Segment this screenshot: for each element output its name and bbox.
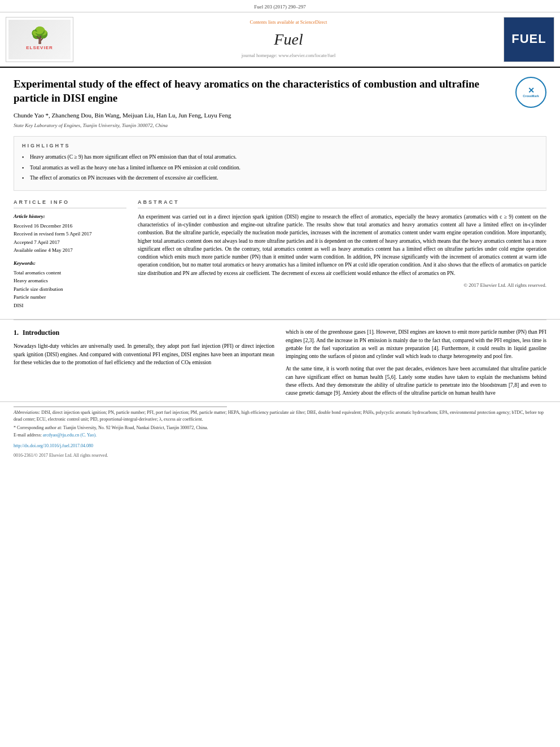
- intro-heading: 1. Introduction: [14, 328, 274, 338]
- abstract-text: An experiment was carried out in a direc…: [138, 213, 546, 277]
- introduction-section: 1. Introduction Nowadays light-duty vehi…: [0, 320, 560, 401]
- highlight-item-3: • The effect of aromatics on PN increase…: [22, 174, 538, 182]
- fuel-logo-text: FUEL: [511, 30, 546, 48]
- corresponding-label: * Corresponding author at:: [14, 425, 62, 430]
- highlight-bullet-1: •: [22, 154, 27, 161]
- keyword-5: DISI: [14, 302, 126, 309]
- highlight-bullet-3: •: [22, 175, 27, 182]
- highlights-title: HIGHLIGHTS: [22, 142, 538, 150]
- elsevier-tree-icon: 🌳: [30, 28, 50, 43]
- highlight-bullet-2: •: [22, 165, 27, 172]
- journal-name-display: Fuel: [274, 28, 303, 50]
- keyword-2: Heavy aromatics: [14, 277, 126, 285]
- sciencedirect-line: Contents lists available at ScienceDirec…: [250, 19, 327, 26]
- available-date: Available online 4 May 2017: [14, 247, 126, 254]
- accepted-date: Accepted 7 April 2017: [14, 239, 126, 246]
- intro-section-number: 1.: [14, 329, 19, 337]
- elsevier-label: ELSEVIER: [26, 45, 53, 51]
- two-col-section: ARTICLE INFO Article history: Received 1…: [14, 199, 546, 310]
- corresponding-author-text: * Corresponding author at: Tianjin Unive…: [14, 425, 546, 431]
- highlights-section: HIGHLIGHTS • Heavy aromatics (C ≥ 9) has…: [14, 136, 546, 191]
- intro-para-2-right: At the same time, it is worth noting tha…: [286, 365, 546, 397]
- highlight-item-1: • Heavy aromatics (C ≥ 9) has more signi…: [22, 154, 538, 161]
- copyright-line: © 2017 Elsevier Ltd. All rights reserved…: [138, 282, 546, 289]
- authors-line: Chunde Yao *, Zhancheng Dou, Bin Wang, M…: [14, 111, 546, 120]
- received-date: Received 16 December 2016: [14, 222, 126, 230]
- email-label: E-mail address:: [14, 433, 42, 438]
- intro-two-col: 1. Introduction Nowadays light-duty vehi…: [14, 328, 546, 401]
- crossmark-icon: ✕: [528, 86, 535, 94]
- journal-center: Contents lists available at ScienceDirec…: [79, 17, 498, 62]
- journal-homepage: journal homepage: www.elsevier.com/locat…: [242, 53, 336, 59]
- article-info-col: ARTICLE INFO Article history: Received 1…: [14, 199, 126, 310]
- abbreviations-label: Abbreviations:: [14, 410, 40, 415]
- keywords-label: Keywords:: [14, 260, 126, 267]
- keyword-3: Particle size distribution: [14, 286, 126, 293]
- article-history-label: Article history:: [14, 213, 126, 220]
- highlight-item-2: • Total aromatics as well as the heavy o…: [22, 164, 538, 172]
- citation-text: Fuel 203 (2017) 290–297: [254, 4, 306, 10]
- email-address[interactable]: arcdyao@tju.edu.cn (C. Yao).: [43, 433, 97, 438]
- footer-links: http://dx.doi.org/10.1016/j.fuel.2017.04…: [0, 440, 560, 451]
- revised-date: Received in revised form 5 April 2017: [14, 230, 126, 238]
- article-title: Experimental study of the effect of heav…: [14, 77, 546, 106]
- intro-left-col: 1. Introduction Nowadays light-duty vehi…: [14, 328, 274, 401]
- footnotes-area: Abbreviations: DISI, direct injection sp…: [0, 401, 560, 440]
- doi-link[interactable]: http://dx.doi.org/10.1016/j.fuel.2017.04…: [14, 443, 93, 448]
- elsevier-logo: 🌳 ELSEVIER: [6, 17, 73, 62]
- email-line: E-mail address: arcdyao@tju.edu.cn (C. Y…: [14, 432, 546, 438]
- intro-para-1: Nowadays light-duty vehicles are univers…: [14, 342, 274, 366]
- footer-copyright: 0016-2361/© 2017 Elsevier Ltd. All right…: [0, 451, 560, 463]
- top-citation-bar: Fuel 203 (2017) 290–297: [0, 0, 560, 12]
- intro-section-title: Introduction: [23, 329, 59, 337]
- keyword-4: Particle number: [14, 294, 126, 301]
- main-content: Experimental study of the effect of heav…: [0, 68, 560, 320]
- fuel-logo-box: FUEL: [504, 17, 554, 62]
- affiliation-line: State Key Laboratory of Engines, Tianjin…: [14, 122, 546, 129]
- abstract-heading: ABSTRACT: [138, 199, 546, 208]
- article-info-heading: ARTICLE INFO: [14, 199, 126, 208]
- sciencedirect-link-text[interactable]: ScienceDirect: [300, 19, 327, 25]
- crossmark-badge: ✕ CrossMark: [515, 77, 546, 108]
- keyword-1: Total aromatics content: [14, 269, 126, 277]
- intro-para-1-right: which is one of the greenhouse gases [1]…: [286, 328, 546, 360]
- abbreviations-text: Abbreviations: DISI, direct injection sp…: [14, 409, 546, 422]
- journal-header: 🌳 ELSEVIER Contents lists available at S…: [0, 12, 560, 68]
- intro-right-col: which is one of the greenhouse gases [1]…: [286, 328, 546, 401]
- abstract-col: ABSTRACT An experiment was carried out i…: [138, 199, 546, 310]
